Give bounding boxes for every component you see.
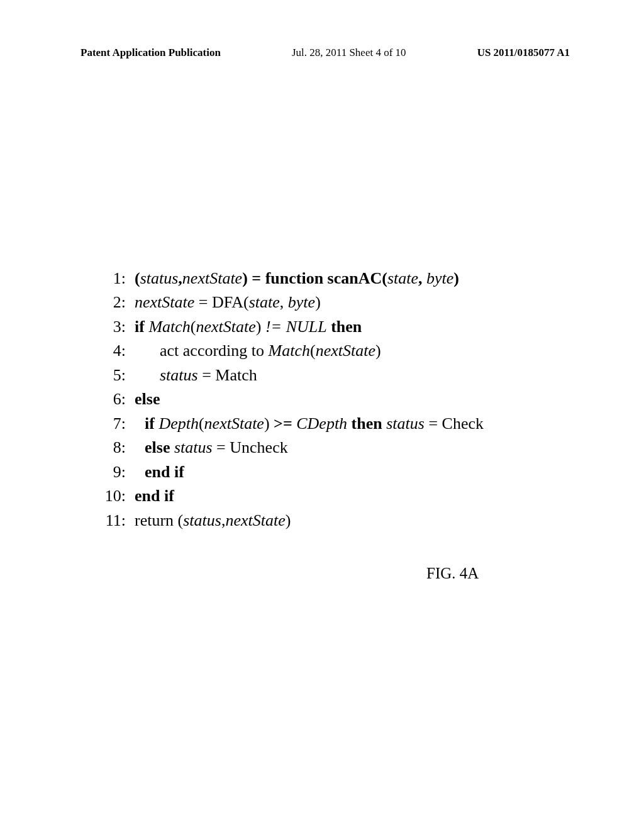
line-number: 11: xyxy=(96,509,126,533)
line-content: else xyxy=(135,387,160,411)
line-content: status = Match xyxy=(135,363,257,387)
line-number: 7: xyxy=(96,412,126,436)
line-number: 1: xyxy=(96,267,126,290)
algo-line-2: 2: nextState = DFA(state, byte) xyxy=(96,290,484,314)
line-number: 2: xyxy=(96,290,126,314)
line-content: return (status,nextState) xyxy=(135,509,291,533)
line-number: 3: xyxy=(96,315,126,339)
line-number: 4: xyxy=(96,339,126,363)
line-content: else status = Uncheck xyxy=(135,436,288,460)
algo-line-3: 3: if Match(nextState) != NULL then xyxy=(96,315,484,339)
algo-line-9: 9: end if xyxy=(96,460,484,484)
algo-line-1: 1: (status,nextState) = function scanAC(… xyxy=(96,267,484,290)
header-sheet-info: Jul. 28, 2011 Sheet 4 of 10 xyxy=(292,47,406,59)
line-content: nextState = DFA(state, byte) xyxy=(135,290,321,314)
line-number: 10: xyxy=(96,484,126,508)
line-content: act according to Match(nextState) xyxy=(135,339,381,363)
line-number: 8: xyxy=(96,436,126,460)
line-content: end if xyxy=(135,460,184,484)
line-number: 9: xyxy=(96,460,126,484)
algo-line-7: 7: if Depth(nextState) >= CDepth then st… xyxy=(96,412,484,436)
algo-line-6: 6: else xyxy=(96,387,484,411)
line-content: (status,nextState) = function scanAC(sta… xyxy=(135,267,459,290)
line-content: end if xyxy=(135,484,174,508)
line-number: 6: xyxy=(96,387,126,411)
header-patent-number: US 2011/0185077 A1 xyxy=(477,47,570,59)
header-publication: Patent Application Publication xyxy=(80,47,221,59)
line-content: if Depth(nextState) >= CDepth then statu… xyxy=(135,412,484,436)
algo-line-4: 4: act according to Match(nextState) xyxy=(96,339,484,363)
algorithm-pseudocode: 1: (status,nextState) = function scanAC(… xyxy=(96,267,484,533)
algo-line-10: 10: end if xyxy=(96,484,484,508)
page-header: Patent Application Publication Jul. 28, … xyxy=(0,47,644,59)
algo-line-8: 8: else status = Uncheck xyxy=(96,436,484,460)
algo-line-5: 5: status = Match xyxy=(96,363,484,387)
line-content: if Match(nextState) != NULL then xyxy=(135,315,362,339)
line-number: 5: xyxy=(96,363,126,387)
algo-line-11: 11: return (status,nextState) xyxy=(96,509,484,533)
figure-caption: FIG. 4A xyxy=(426,565,479,582)
